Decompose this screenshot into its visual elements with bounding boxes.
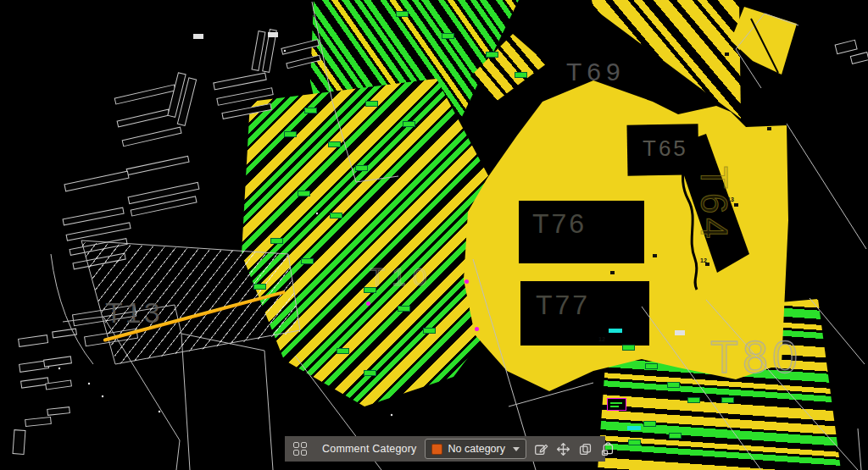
category-dropdown-value: No category xyxy=(448,443,505,455)
parcel-label-t80: T80 xyxy=(710,334,802,379)
comment-marker-green[interactable] xyxy=(688,398,699,402)
edit-icon[interactable] xyxy=(534,440,548,458)
comment-marker-white[interactable] xyxy=(193,34,203,39)
parcel-label-t65: T65 xyxy=(643,137,688,159)
parcel-label-t69: T69 xyxy=(566,59,626,85)
comment-marker-dark[interactable] xyxy=(653,254,657,257)
comment-marker-magenta[interactable] xyxy=(475,327,479,331)
paste-icon[interactable] xyxy=(600,440,615,458)
comment-marker-white[interactable] xyxy=(675,330,685,335)
comment-marker-magenta[interactable] xyxy=(366,301,370,306)
comment-marker-magenta[interactable] xyxy=(465,279,469,284)
comment-marker-green[interactable] xyxy=(329,142,340,147)
category-color-swatch xyxy=(431,444,442,455)
comment-marker-green[interactable] xyxy=(397,12,408,16)
comment-marker-green[interactable] xyxy=(298,191,309,196)
comment-marker-green[interactable] xyxy=(337,349,348,353)
comment-marker-green[interactable] xyxy=(254,285,265,289)
comment-marker-green[interactable] xyxy=(515,73,526,77)
comment-marker-cyan[interactable] xyxy=(609,329,622,333)
comment-marker-green[interactable] xyxy=(285,132,296,136)
parcel-label-t13: T13 xyxy=(105,298,163,327)
comment-marker-green[interactable] xyxy=(722,398,733,402)
chevron-down-icon xyxy=(513,447,520,451)
parcel-micro-label: 12 xyxy=(700,257,707,263)
parcel-label-t76: T76 xyxy=(532,210,587,237)
selection-box[interactable] xyxy=(607,398,626,411)
comment-marker-dark[interactable] xyxy=(767,127,771,130)
copy-icon[interactable] xyxy=(578,440,593,458)
comment-marker-green[interactable] xyxy=(668,383,679,387)
comment-marker-dark[interactable] xyxy=(610,271,615,274)
comment-marker-dark[interactable] xyxy=(725,53,729,56)
comment-marker-green[interactable] xyxy=(302,259,313,263)
comment-marker-green[interactable] xyxy=(646,364,657,368)
comment-marker-green[interactable] xyxy=(623,346,634,350)
comment-category-label: Comment Category xyxy=(322,443,417,455)
comment-marker-green[interactable] xyxy=(364,288,376,292)
comment-marker-green[interactable] xyxy=(442,34,453,38)
move-icon[interactable] xyxy=(556,440,570,458)
comment-marker-green[interactable] xyxy=(403,122,415,126)
comment-marker-dark[interactable] xyxy=(734,203,738,207)
comment-marker-green[interactable] xyxy=(398,307,409,311)
parcel-label-t10: T10 xyxy=(370,264,434,290)
comment-marker-green[interactable] xyxy=(424,329,435,333)
comment-marker-green[interactable] xyxy=(271,239,282,243)
parcel-label-t77: T77 xyxy=(536,291,590,318)
comment-marker-green[interactable] xyxy=(670,434,681,438)
parcel-micro-label: 13 xyxy=(727,196,734,202)
comment-marker-green[interactable] xyxy=(364,371,376,375)
comment-marker-green[interactable] xyxy=(356,166,367,170)
apps-grid-icon[interactable] xyxy=(293,442,307,456)
comment-marker-green[interactable] xyxy=(305,108,316,113)
comment-marker-green[interactable] xyxy=(366,102,377,106)
comment-marker-green[interactable] xyxy=(629,440,640,445)
comment-marker-green[interactable] xyxy=(487,53,498,57)
category-dropdown[interactable]: No category xyxy=(425,439,526,459)
parcel-micro-label: 12 xyxy=(598,336,605,342)
comment-marker-cyan[interactable] xyxy=(627,426,641,430)
comment-marker-green[interactable] xyxy=(331,213,342,218)
comment-marker-white[interactable] xyxy=(268,32,278,37)
map-canvas[interactable]: T13 T69 T65 T76 T77 T10 T64 T80 121312 xyxy=(0,0,868,470)
parcel-label-t64: T64 xyxy=(695,166,732,243)
comment-toolbar: Comment Category No category xyxy=(285,436,605,462)
comment-marker-green[interactable] xyxy=(644,422,655,426)
